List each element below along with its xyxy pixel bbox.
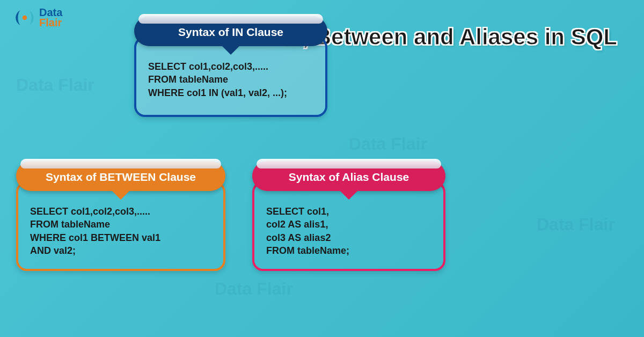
svg-point-0 (23, 16, 27, 20)
card-between-header: Syntax of BETWEEN Clause (16, 161, 225, 191)
card-alias-header: Syntax of Alias Clause (252, 161, 445, 191)
logo-flair: Flair (39, 18, 62, 28)
card-between-code: SELECT col1,col2,col3,..... FROM tableNa… (30, 205, 211, 257)
card-between-clause: Syntax of BETWEEN Clause SELECT col1,col… (16, 161, 225, 271)
card-alias-code: SELECT col1, col2 AS alis1, col3 AS alia… (266, 205, 431, 257)
logo-icon (13, 6, 36, 29)
watermark: Data Flair (215, 279, 293, 299)
watermark: Data Flair (349, 134, 427, 154)
page-title: In, Between and Aliases in SQL (282, 24, 617, 50)
card-in-clause: Syntax of IN Clause SELECT col1,col2,col… (134, 16, 327, 117)
card-in-header: Syntax of IN Clause (134, 16, 327, 46)
logo-text: Data Flair (39, 8, 62, 28)
card-in-code: SELECT col1,col2,col3,..... FROM tableNa… (148, 60, 313, 99)
card-alias-clause: Syntax of Alias Clause SELECT col1, col2… (252, 161, 445, 271)
watermark: Data Flair (16, 75, 94, 95)
watermark: Data Flair (537, 215, 615, 235)
brand-logo: Data Flair (13, 6, 62, 29)
